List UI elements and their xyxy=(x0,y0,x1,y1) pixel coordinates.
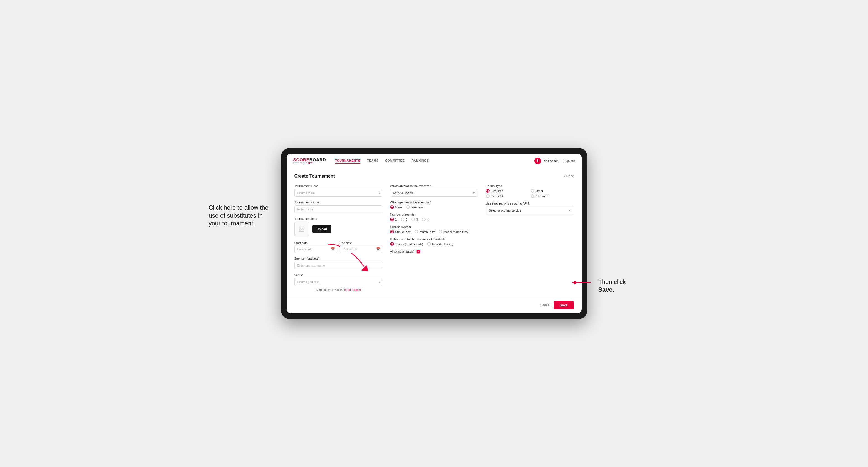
logo-powered: Powered by clippd xyxy=(293,162,326,164)
gender-mens-radio[interactable] xyxy=(390,206,394,209)
tournament-host-input[interactable] xyxy=(294,189,382,197)
scoring-match-radio[interactable] xyxy=(415,230,418,234)
page-title: Create Tournament xyxy=(294,174,335,179)
format-6count5-radio[interactable] xyxy=(531,194,534,198)
sign-out-link[interactable]: Sign out xyxy=(563,159,575,162)
rounds-3[interactable]: 3 xyxy=(411,218,418,221)
tablet-screen: SCOREBOARD Powered by clippd TOURNAMENTS… xyxy=(287,154,582,313)
logo-upload-area: Upload xyxy=(294,222,382,236)
event-individuals-radio[interactable] xyxy=(427,242,431,246)
rounds-4-radio[interactable] xyxy=(422,218,426,221)
gender-mens[interactable]: Mens xyxy=(390,206,403,209)
substitutes-checkbox-label[interactable]: Allow substitutes? xyxy=(390,250,478,253)
tablet-frame: SCOREBOARD Powered by clippd TOURNAMENTS… xyxy=(281,148,587,319)
nav-teams[interactable]: TEAMS xyxy=(367,158,378,164)
format-5count4[interactable]: 5 count 4 xyxy=(486,189,529,193)
division-group: Which division is the event for? NCAA Di… xyxy=(390,184,478,197)
event-type-label: Is this event for Teams and/or Individua… xyxy=(390,238,478,241)
save-button[interactable]: Save xyxy=(554,301,574,309)
tournament-name-label: Tournament name xyxy=(294,201,382,204)
rounds-1-radio[interactable] xyxy=(390,218,394,221)
rounds-2[interactable]: 2 xyxy=(401,218,407,221)
format-other-radio[interactable] xyxy=(531,189,534,193)
sponsor-label: Sponsor (optional) xyxy=(294,257,382,260)
format-group: Format type 5 count 4 Other xyxy=(486,184,574,198)
start-date-input[interactable] xyxy=(294,245,337,253)
format-6count4-radio[interactable] xyxy=(486,194,490,198)
annotation-left: Click here to allow the use of substitut… xyxy=(209,204,270,228)
navbar: SCOREBOARD Powered by clippd TOURNAMENTS… xyxy=(287,154,582,168)
format-6count5[interactable]: 6 count 5 xyxy=(531,194,574,198)
scoring-medal[interactable]: Medal Match Play xyxy=(439,230,468,234)
start-date-label: Start date xyxy=(294,241,308,245)
event-type-group: Is this event for Teams and/or Individua… xyxy=(390,238,478,246)
scoring-match[interactable]: Match Play xyxy=(415,230,435,234)
nav-tournaments[interactable]: TOURNAMENTS xyxy=(335,158,361,164)
format-6count4[interactable]: 6 count 4 xyxy=(486,194,529,198)
format-5count4-radio[interactable] xyxy=(486,189,490,193)
scoring-stroke-radio[interactable] xyxy=(390,230,394,234)
event-teams[interactable]: Teams (+Individuals) xyxy=(390,242,423,246)
gender-group: Which gender is the event for? Mens Wome… xyxy=(390,201,478,209)
scoring-group: Scoring system Stroke Play Match Play xyxy=(390,225,478,234)
tournament-name-group: Tournament name xyxy=(294,201,382,213)
nav-committee[interactable]: COMMITTEE xyxy=(385,158,405,164)
gender-label: Which gender is the event for? xyxy=(390,201,478,204)
scoring-api-select[interactable]: Select a scoring service xyxy=(486,207,574,214)
upload-button[interactable]: Upload xyxy=(312,225,332,233)
email-support-link[interactable]: email support xyxy=(344,288,361,291)
scoring-api-group: Use third-party live scoring API? Select… xyxy=(486,202,574,214)
format-other[interactable]: Other xyxy=(531,189,574,193)
logo: SCOREBOARD Powered by clippd xyxy=(293,158,326,164)
substitutes-label-text: Allow substitutes? xyxy=(390,250,415,253)
rounds-radio-group: 1 2 3 xyxy=(390,218,478,221)
venue-label: Venue xyxy=(294,273,382,277)
rounds-label: Number of rounds xyxy=(390,213,478,216)
format-label: Format type xyxy=(486,184,574,188)
end-date-input[interactable] xyxy=(340,245,382,253)
rounds-group: Number of rounds 1 2 xyxy=(390,213,478,221)
venue-group: Venue ▾ Can't find your venue? email sup… xyxy=(294,273,382,291)
logo-placeholder xyxy=(294,222,309,236)
form-grid: Tournament Host ▾ Tournament name Tourna xyxy=(294,184,574,291)
tournament-logo-group: Tournament logo Upload xyxy=(294,217,382,236)
venue-hint: Can't find your venue? email support xyxy=(294,288,382,291)
sponsor-input[interactable] xyxy=(294,261,382,270)
annotation-right: Then click Save. xyxy=(598,278,648,294)
rounds-1[interactable]: 1 xyxy=(390,218,397,221)
tournament-logo-label: Tournament logo xyxy=(294,217,382,220)
division-label: Which division is the event for? xyxy=(390,184,478,188)
main-content: Create Tournament ‹ Back Tournament Host xyxy=(287,168,582,297)
event-type-radio-group: Teams (+Individuals) Individuals Only xyxy=(390,242,478,246)
logo-text: SCOREBOARD xyxy=(293,158,326,162)
form-col-1: Tournament Host ▾ Tournament name Tourna xyxy=(294,184,382,291)
scoring-medal-radio[interactable] xyxy=(439,230,442,234)
rounds-3-radio[interactable] xyxy=(411,218,415,221)
scoring-api-label: Use third-party live scoring API? xyxy=(486,202,574,205)
user-name: blair admin xyxy=(543,159,558,162)
gender-womens-radio[interactable] xyxy=(406,206,410,209)
back-link[interactable]: ‹ Back xyxy=(564,174,574,178)
tournament-host-group: Tournament Host ▾ xyxy=(294,184,382,197)
venue-input[interactable] xyxy=(294,278,382,286)
tournament-name-input[interactable] xyxy=(294,206,382,213)
cancel-button[interactable]: Cancel xyxy=(540,303,550,307)
end-date-label: End date xyxy=(340,241,352,245)
scoring-label: Scoring system xyxy=(390,225,478,228)
event-individuals[interactable]: Individuals Only xyxy=(427,242,454,246)
substitutes-checkbox[interactable] xyxy=(416,250,420,253)
date-group: Start date 📅 End date xyxy=(294,240,382,253)
form-col-2: Which division is the event for? NCAA Di… xyxy=(390,184,478,291)
scoring-stroke[interactable]: Stroke Play xyxy=(390,230,411,234)
division-select[interactable]: NCAA Division I xyxy=(390,189,478,197)
form-footer: Cancel Save xyxy=(287,297,582,313)
substitutes-group: Allow substitutes? xyxy=(390,250,478,253)
nav-user: B blair admin | Sign out xyxy=(534,158,575,164)
scoring-radio-group: Stroke Play Match Play Medal Match Play xyxy=(390,230,478,234)
event-teams-radio[interactable] xyxy=(390,242,394,246)
gender-womens[interactable]: Womens xyxy=(406,206,423,209)
rounds-4[interactable]: 4 xyxy=(422,218,429,221)
nav-rankings[interactable]: RANKINGS xyxy=(411,158,429,164)
rounds-2-radio[interactable] xyxy=(401,218,404,221)
image-icon xyxy=(299,226,305,232)
